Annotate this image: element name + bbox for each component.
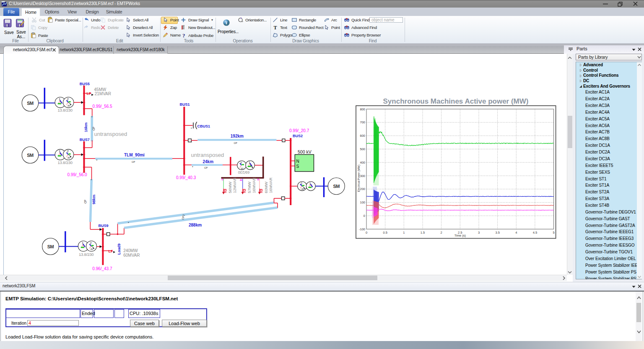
svg-text:BUS1: BUS1 [180, 102, 190, 107]
svg-text:Electrical Power (MW): Electrical Power (MW) [357, 165, 361, 192]
svg-text:400: 400 [360, 161, 365, 164]
svg-text:CBUS1: CBUS1 [197, 124, 210, 128]
svg-text:57MW: 57MW [247, 182, 252, 193]
svg-text:SM: SM [27, 101, 34, 106]
svg-text:LF: LF [109, 249, 113, 253]
svg-text:1.5: 1.5 [421, 231, 425, 234]
svg-text:-30: -30 [301, 188, 304, 190]
svg-text:1: 1 [403, 231, 405, 234]
svg-text:Load9: Load9 [117, 243, 121, 255]
svg-text:0: 0 [366, 231, 367, 234]
svg-text:SM: SM [47, 244, 54, 249]
svg-text:*: * [191, 127, 192, 130]
svg-text:i: i [226, 21, 227, 25]
svg-text:-100: -100 [359, 227, 365, 231]
svg-text:untransposed: untransposed [191, 152, 224, 158]
svg-text:*: * [96, 159, 98, 162]
svg-text:192km: 192km [231, 134, 244, 138]
svg-text:-30: -30 [90, 248, 93, 250]
svg-text:BUS5: BUS5 [80, 82, 90, 86]
svg-text:100: 100 [360, 201, 365, 204]
svg-text:3: 3 [478, 231, 480, 234]
svg-text:3.5: 3.5 [495, 231, 499, 234]
svg-text:16MVAR: 16MVAR [252, 177, 256, 193]
svg-text:Time (s): Time (s) [454, 234, 466, 237]
svg-text:*: * [91, 116, 93, 119]
svg-text:5: 5 [553, 231, 555, 234]
svg-text:700: 700 [360, 120, 365, 124]
svg-text:13.8/230: 13.8/230 [79, 252, 93, 257]
svg-text:0.5: 0.5 [383, 231, 387, 234]
svg-text:16km: 16km [84, 122, 88, 132]
svg-text:21MVAR: 21MVAR [95, 91, 111, 96]
svg-text:CP: CP [84, 200, 87, 203]
svg-text:0: 0 [364, 214, 365, 218]
svg-text:-30: -30 [240, 167, 244, 170]
svg-text:60MW: 60MW [264, 182, 268, 193]
svg-text:69/230: 69/230 [238, 170, 250, 174]
svg-text:S: S [296, 164, 299, 169]
svg-text:*: * [128, 221, 129, 224]
svg-text:CP: CP [204, 167, 208, 169]
svg-text:56MW: 56MW [228, 182, 232, 193]
svg-text:600: 600 [360, 134, 365, 138]
svg-text:0.99/_40.3: 0.99/_40.3 [176, 175, 196, 180]
svg-text:4.5: 4.5 [533, 231, 537, 234]
svg-text:T: T [274, 25, 277, 30]
svg-text:0.99/_20.7: 0.99/_20.7 [289, 128, 309, 133]
svg-text:-30: -30 [67, 104, 70, 107]
svg-text:12MVAR: 12MVAR [232, 177, 237, 193]
svg-text:SM: SM [333, 184, 340, 189]
svg-text:288km: 288km [189, 223, 202, 227]
svg-text:0.99/_56.0: 0.99/_56.0 [67, 172, 87, 177]
svg-text:Synchronous Machines Active po: Synchronous Machines Active power (MW) [383, 97, 529, 105]
svg-text:?: ? [182, 32, 184, 38]
svg-text:*: * [91, 179, 92, 182]
svg-text:0.99/_56.5: 0.99/_56.5 [92, 104, 112, 109]
svg-text:N: N [296, 159, 299, 164]
svg-text:13.8/230: 13.8/230 [58, 160, 73, 165]
svg-text:500: 500 [360, 147, 365, 151]
svg-text:500 kV: 500 kV [298, 149, 312, 154]
svg-text:*: * [192, 166, 193, 169]
svg-text:CP: CP [234, 142, 237, 144]
svg-text:800: 800 [360, 107, 365, 111]
svg-text:300: 300 [360, 174, 365, 178]
svg-text:CP: CP [92, 127, 95, 130]
svg-text:BUS2: BUS2 [293, 134, 303, 138]
svg-text:4: 4 [515, 231, 517, 234]
svg-text:untransposed: untransposed [94, 131, 127, 137]
svg-text:TLM_90mi: TLM_90mi [124, 153, 145, 157]
svg-text:13.8/230: 13.8/230 [58, 108, 73, 112]
svg-text:60MVAR: 60MVAR [123, 253, 140, 258]
svg-text:*: * [191, 141, 192, 144]
svg-text:LF: LF [87, 91, 91, 96]
svg-text:CP: CP [132, 161, 135, 163]
svg-text:98km: 98km [92, 195, 96, 204]
svg-text:SM: SM [27, 153, 34, 158]
svg-text:BUS7: BUS7 [80, 138, 90, 142]
svg-text:2: 2 [441, 231, 442, 234]
svg-text:240MW: 240MW [123, 248, 138, 253]
svg-text:2: 2 [67, 97, 69, 101]
svg-text:BUS9: BUS9 [99, 224, 109, 228]
svg-text:0.96/_43.7: 0.96/_43.7 [92, 266, 112, 271]
svg-text:16MVAR: 16MVAR [268, 177, 273, 193]
svg-text:24km: 24km [203, 159, 214, 164]
svg-text:-30: -30 [67, 156, 70, 159]
svg-text:200: 200 [360, 187, 365, 191]
svg-text:2: 2 [67, 149, 69, 153]
